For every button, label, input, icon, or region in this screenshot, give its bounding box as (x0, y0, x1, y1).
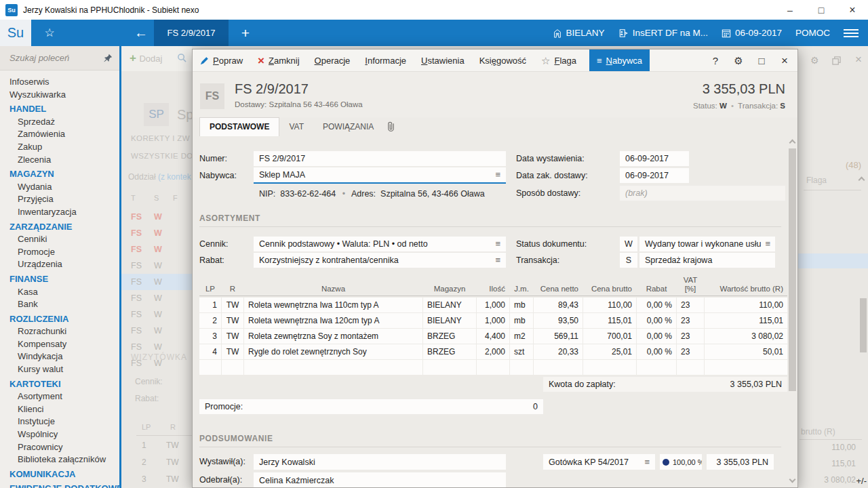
item-row-2[interactable]: 2TWRoleta wewnętrzna Iwa 120cm typ ABIEL… (199, 313, 787, 328)
promocje-field[interactable]: Promocje: 0 (199, 399, 543, 414)
account-menu[interactable]: InsERT DF na M... (618, 28, 708, 38)
sidebar-item-zakup[interactable]: Zakup (0, 141, 119, 154)
sidebar-section-magazyn[interactable]: MAGAZYN (0, 168, 119, 181)
column-header-5[interactable]: J.m. (510, 275, 533, 296)
dialog-maximize-icon[interactable]: □ (753, 55, 770, 66)
sidebar-item-zlecenia[interactable]: Zlecenia (0, 154, 119, 167)
sidebar-item-wydania[interactable]: Wydania (0, 181, 119, 194)
column-header-4[interactable]: Ilość (477, 275, 509, 296)
toolbar-button-flaga[interactable]: ☆Flaga (534, 49, 584, 71)
sidebar-item-instytucje[interactable]: Instytucje (0, 415, 119, 428)
cennik-menu-icon[interactable]: ≡ (491, 237, 500, 251)
dialog-help-icon[interactable]: ? (707, 55, 724, 66)
transakcja-field[interactable]: Sprzedaż krajowa (639, 253, 775, 268)
column-header-0[interactable]: LP (199, 275, 221, 296)
dialog-scroll-down-icon[interactable] (789, 476, 796, 483)
toolbar-button-popraw[interactable]: Popraw (193, 49, 250, 71)
dialog-gear-icon[interactable]: ⚙ (730, 55, 747, 67)
sidebar-section-ewidencje-dodatkowe[interactable]: EWIDENCJE DODATKOWE (0, 483, 119, 488)
sidebar-section-finanse[interactable]: FINANSE (0, 273, 119, 286)
sidebar-item-windykacja[interactable]: Windykacja (0, 350, 119, 363)
status-dokumentu-field[interactable]: Wydany towar i wykonane usłu ≡ (639, 237, 775, 251)
sidebar-item-klienci[interactable]: Klienci (0, 403, 119, 416)
close-icon[interactable]: × (837, 0, 868, 20)
attachments-paperclip-icon[interactable] (386, 121, 396, 136)
sidebar-item-przyjęcia[interactable]: Przyjęcia (0, 193, 119, 206)
toolbar-button-operacje[interactable]: Operacje (307, 49, 358, 71)
column-header-10[interactable]: Wartość brutto (R) (705, 275, 787, 296)
column-header-9[interactable]: VAT [%] (677, 275, 704, 296)
sidebar-item-bank[interactable]: Bank (0, 298, 119, 311)
favorites-star-icon[interactable]: ☆ (31, 20, 68, 46)
sidebar-item-kursy-walut[interactable]: Kursy walut (0, 363, 119, 376)
sposob-dostawy-field[interactable]: (brak) (620, 186, 785, 201)
status-dokumentu-menu-icon[interactable]: ≡ (762, 237, 771, 251)
sidebar-item-pracownicy[interactable]: Pracownicy (0, 441, 119, 454)
rabat-menu-icon[interactable]: ≡ (491, 253, 500, 268)
sidebar-section-rozliczenia[interactable]: ROZLICZENIA (0, 313, 119, 326)
column-header-6[interactable]: Cena netto (534, 275, 583, 296)
tab-podstawowe[interactable]: PODSTAWOWE (199, 117, 279, 136)
su-logo[interactable]: Su (0, 20, 31, 46)
column-header-1[interactable]: R (222, 275, 243, 296)
sidebar-item-promocje[interactable]: Promocje (0, 246, 119, 259)
back-arrow-icon[interactable]: ← (129, 20, 153, 46)
payment-percent-field[interactable]: 100,00 % (660, 454, 702, 470)
column-header-7[interactable]: Cena brutto (583, 275, 636, 296)
command-search-input[interactable]: Szukaj poleceń (0, 46, 119, 70)
help-menu[interactable]: POMOC (795, 28, 830, 38)
toolbar-button-ustawienia[interactable]: Ustawienia (414, 49, 472, 71)
tab-powiazania[interactable]: POWIĄZANIA (313, 118, 383, 136)
hamburger-menu-icon[interactable] (844, 29, 859, 37)
toolbar-button-informacje[interactable]: Informacje (357, 49, 414, 71)
cennik-field[interactable]: Cennik podstawowy • Waluta: PLN • od net… (254, 237, 506, 251)
new-tab-plus-icon[interactable]: + (233, 20, 258, 46)
sidebar-item-sprzedaż[interactable]: Sprzedaż (0, 116, 119, 129)
sidebar-item-wspólnicy[interactable]: Wspólnicy (0, 428, 119, 441)
column-header-2[interactable]: Nazwa (244, 275, 422, 296)
wystawil-field[interactable]: Jerzy Kowalski (254, 454, 506, 470)
sidebar-item-biblioteka-załączników[interactable]: Biblioteka załączników (0, 453, 119, 466)
date-selector[interactable]: 06-09-2017 (722, 28, 782, 38)
rabat-field[interactable]: Korzystniejszy z kontrahenta/cennika ≡ (254, 253, 506, 268)
column-header-3[interactable]: Magazyn (423, 275, 476, 296)
sidebar-item-kasa[interactable]: Kasa (0, 286, 119, 299)
payment-method-field[interactable]: Gotówka KP 54/2017 ≡ (543, 454, 655, 470)
nabywca-menu-icon[interactable]: ≡ (491, 167, 500, 182)
nabywca-field[interactable]: Sklep MAJA ≡ (254, 167, 506, 184)
dialog-scroll-up-icon[interactable] (789, 140, 796, 146)
tab-vat[interactable]: VAT (279, 118, 313, 136)
maximize-icon[interactable]: □ (806, 0, 837, 20)
sidebar-item-wyszukiwarka[interactable]: Wyszukiwarka (0, 89, 119, 102)
dialog-close-icon[interactable]: × (776, 54, 793, 68)
payment-menu-icon[interactable]: ≡ (640, 455, 650, 470)
sidebar-section-zarządzanie[interactable]: ZARZĄDZANIE (0, 221, 119, 234)
item-row-empty[interactable] (199, 360, 787, 375)
sidebar-item-zamówienia[interactable]: Zamówienia (0, 128, 119, 141)
sidebar-item-asortyment[interactable]: Asortyment (0, 390, 119, 403)
sidebar-item-kompensaty[interactable]: Kompensaty (0, 338, 119, 351)
toolbar-button-nabywca[interactable]: ≡Nabywca (589, 49, 650, 71)
item-row-3[interactable]: 3TWRoleta zewnętrzna Soy z montażemBRZEG… (199, 329, 787, 344)
open-document-tab[interactable]: FS 2/9/2017 (154, 20, 229, 46)
sidebar-item-urządzenia[interactable]: Urządzenia (0, 258, 119, 271)
branch-selector[interactable]: BIELANY (553, 28, 605, 38)
sidebar-item-cenniki[interactable]: Cenniki (0, 233, 119, 246)
sidebar-item-infoserwis[interactable]: Infoserwis (0, 76, 119, 89)
toolbar-button-zamknij[interactable]: ×Zamknij (250, 49, 307, 71)
toolbar-button-księgowość[interactable]: Księgowość (472, 49, 534, 71)
minimize-icon[interactable]: – (774, 0, 806, 20)
odebral-field[interactable]: Celina Kaźmierczak (254, 472, 506, 487)
pin-icon[interactable] (104, 54, 113, 62)
item-row-4[interactable]: 4TWRygle do rolet zewnętrznych SoyBRZEG2… (199, 344, 787, 359)
data-dostawy-field[interactable]: 06-09-2017 (620, 168, 689, 183)
sidebar-item-rozrachunki[interactable]: Rozrachunki (0, 325, 119, 338)
column-header-8[interactable]: Rabat (637, 275, 676, 296)
data-wystawienia-field[interactable]: 06-09-2017 (620, 151, 689, 166)
dialog-scrollbar-thumb[interactable] (789, 148, 796, 391)
sidebar-section-kartoteki[interactable]: KARTOTEKI (0, 378, 119, 391)
sidebar-section-handel[interactable]: HANDEL (0, 103, 119, 116)
numer-field[interactable]: FS 2/9/2017 (254, 151, 506, 166)
sidebar-section-komunikacja[interactable]: KOMUNIKACJA (0, 468, 119, 481)
sidebar-item-inwentaryzacja[interactable]: Inwentaryzacja (0, 206, 119, 219)
